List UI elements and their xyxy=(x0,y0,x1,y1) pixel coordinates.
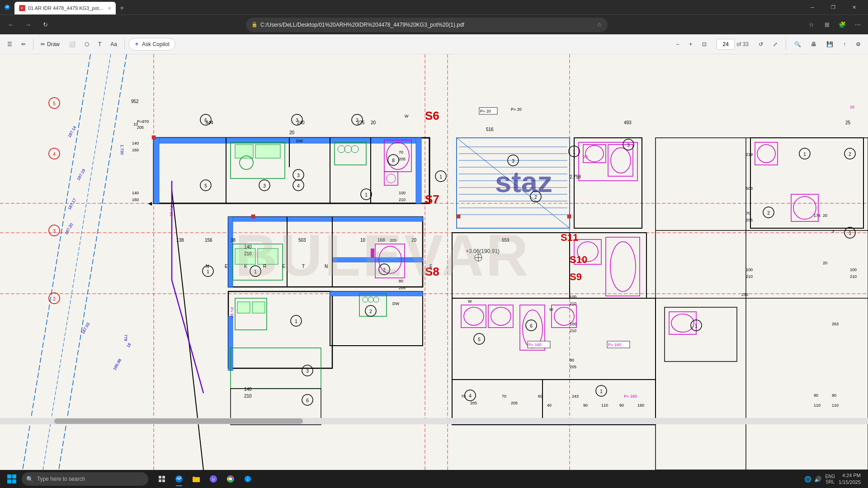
svg-text:210: 210 xyxy=(850,274,857,279)
copilot-icon: ✦ xyxy=(134,41,139,47)
expand-button[interactable]: ⤢ xyxy=(769,38,781,51)
tab-area: P 01 AR IDR 4478_4479 KG3_pot... ✕ + xyxy=(14,0,802,14)
zoom-out-button[interactable]: − xyxy=(672,38,683,51)
refresh-button[interactable]: ↻ xyxy=(38,18,52,32)
forward-button[interactable]: → xyxy=(21,18,35,32)
svg-text:P= 20: P= 20 xyxy=(511,107,522,112)
floorplan-container: P= 20 P= 160 P= 160 S6 S7 S8 S9 S10 S11 … xyxy=(0,54,868,470)
system-tray-icons: 🌐 🔊 xyxy=(804,476,821,483)
svg-text:156: 156 xyxy=(205,238,212,243)
language-text: ENG xyxy=(825,474,835,479)
svg-text:S11: S11 xyxy=(561,232,578,243)
time-display: 4:24 PM xyxy=(839,472,861,479)
print-button[interactable]: 🖶 xyxy=(807,38,820,51)
svg-text:3: 3 xyxy=(849,231,851,236)
text-button[interactable]: T xyxy=(94,38,105,51)
svg-text:2: 2 xyxy=(849,152,851,157)
svg-text:P: P xyxy=(21,7,24,10)
svg-text:110: 110 xyxy=(814,403,821,408)
svg-text:2: 2 xyxy=(767,211,770,216)
svg-rect-39 xyxy=(228,217,233,287)
font-button[interactable]: Aa xyxy=(107,38,121,51)
taskbar: 🔍 Type here to search V xyxy=(0,470,868,488)
tab-title: 01 AR IDR 4478_4479 KG3_pot... xyxy=(28,5,103,11)
share-button[interactable]: ↑ xyxy=(840,38,849,51)
svg-rect-54 xyxy=(237,302,250,313)
draw-button[interactable]: ✏ Draw xyxy=(37,38,63,51)
svg-text:70: 70 xyxy=(746,211,750,216)
svg-text:E: E xyxy=(225,264,228,269)
eraser-button[interactable]: ⬜ xyxy=(65,38,79,51)
start-button[interactable] xyxy=(4,471,20,487)
fav-button[interactable]: ☆ xyxy=(597,21,602,28)
svg-text:1: 1 xyxy=(695,324,698,328)
search-button[interactable]: 🔍 xyxy=(791,38,805,51)
active-tab[interactable]: P 01 AR IDR 4478_4479 KG3_pot... ✕ xyxy=(14,2,116,14)
svg-text:1: 1 xyxy=(573,150,576,155)
pdf-annotate-button[interactable]: ✏ xyxy=(18,38,29,51)
page-number-input[interactable] xyxy=(717,39,735,50)
svg-text:219: 219 xyxy=(746,152,753,157)
restore-button[interactable]: ❐ xyxy=(823,0,844,14)
toolbar-separator xyxy=(33,39,33,50)
language-indicator[interactable]: ENG SRL xyxy=(825,474,835,484)
collections-icon[interactable]: ⊞ xyxy=(820,18,834,32)
svg-text:100: 100 xyxy=(399,191,406,195)
url-bar[interactable]: 🔒 C:/Users/DeLL/Desktop/01%20ARH%20IDR%2… xyxy=(246,18,608,32)
window-controls: ─ ❐ ✕ xyxy=(802,0,864,14)
tab-close-button[interactable]: ✕ xyxy=(108,6,111,11)
pdf-menu-button[interactable]: ☰ xyxy=(4,38,16,51)
svg-rect-304 xyxy=(159,479,161,482)
network-icon[interactable]: 🌐 xyxy=(804,476,811,483)
file-explorer-button[interactable] xyxy=(188,471,204,487)
svg-text:3: 3 xyxy=(297,173,300,178)
svg-rect-117 xyxy=(251,215,255,218)
zoom-in-button[interactable]: + xyxy=(685,38,696,51)
close-button[interactable]: ✕ xyxy=(844,0,864,14)
svg-text:1: 1 xyxy=(207,269,209,274)
svg-text:70: 70 xyxy=(399,150,403,155)
fit-page-button[interactable]: ⊡ xyxy=(698,38,710,51)
copilot-button[interactable]: ✦ Ask Copilot xyxy=(128,38,175,51)
pdf-viewer[interactable]: P= 20 P= 160 P= 160 S6 S7 S8 S9 S10 S11 … xyxy=(0,54,868,470)
svg-text:P= 20: P= 20 xyxy=(480,109,491,113)
settings-icon[interactable]: ⋯ xyxy=(851,18,864,32)
svg-text:205: 205 xyxy=(399,157,406,161)
svg-text:20: 20 xyxy=(289,130,295,135)
svg-rect-302 xyxy=(159,476,161,479)
svg-text:210: 210 xyxy=(570,328,576,333)
pdf-settings-button[interactable]: ⚙ xyxy=(852,38,864,51)
save-button[interactable]: 💾 xyxy=(823,38,837,51)
svg-text:100: 100 xyxy=(570,322,576,326)
rotate-button[interactable]: ↺ xyxy=(755,38,767,51)
volume-icon[interactable]: 🔊 xyxy=(814,476,821,483)
shapes-button[interactable]: ⬡ xyxy=(81,38,93,51)
clock[interactable]: 4:24 PM 1/15/2025 xyxy=(839,472,861,486)
svg-text:160: 160 xyxy=(132,148,139,152)
taskbar-search[interactable]: 🔍 Type here to search xyxy=(22,472,148,486)
svg-text:S9: S9 xyxy=(570,271,582,282)
svg-text:8: 8 xyxy=(392,158,395,163)
svg-rect-305 xyxy=(162,479,165,482)
chrome-button[interactable] xyxy=(222,471,239,487)
minimize-button[interactable]: ─ xyxy=(802,0,823,14)
back-button[interactable]: ← xyxy=(4,18,18,32)
viber-button[interactable]: V xyxy=(205,471,222,487)
svg-text:70: 70 xyxy=(502,394,506,399)
svg-text:110: 110 xyxy=(601,403,608,408)
svg-text:4: 4 xyxy=(53,152,56,157)
svg-text:P= 160: P= 160 xyxy=(608,343,621,347)
url-text: C:/Users/DeLL/Desktop/01%20ARH%20IDR%204… xyxy=(260,22,594,28)
svg-text:4: 4 xyxy=(469,394,472,399)
svg-text:4: 4 xyxy=(297,183,300,188)
task-view-button[interactable] xyxy=(154,471,170,487)
favorites-icon[interactable]: ☆ xyxy=(805,18,818,32)
svg-text:503: 503 xyxy=(746,186,753,191)
svg-text:1.730: 1.730 xyxy=(120,145,124,155)
edge-browser-button[interactable] xyxy=(171,471,187,487)
svg-rect-309 xyxy=(193,477,195,478)
svg-text:240: 240 xyxy=(297,120,305,125)
extensions-icon[interactable]: 🧩 xyxy=(835,18,849,32)
new-tab-button[interactable]: + xyxy=(116,2,128,14)
app-button[interactable]: i xyxy=(240,471,256,487)
